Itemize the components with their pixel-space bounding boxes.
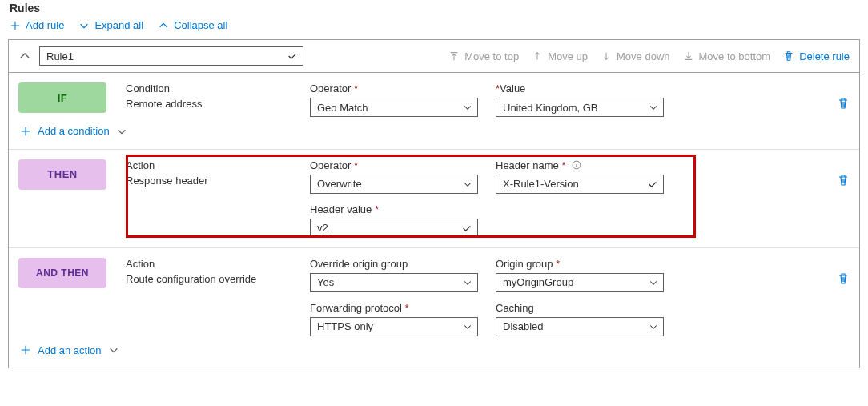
add-condition-button[interactable]: Add a condition	[18, 117, 129, 139]
checkmark-icon	[287, 50, 298, 62]
chevron-down-icon	[463, 103, 472, 112]
move-top-label: Move to top	[464, 50, 519, 62]
chevron-up-icon	[158, 20, 169, 31]
delete-rule-button[interactable]: Delete rule	[783, 50, 850, 62]
andthen-action-label: Action	[126, 258, 310, 270]
if-operator-select[interactable]: Geo Match	[310, 98, 478, 117]
delete-andthen-action-button[interactable]	[837, 258, 850, 287]
override-origin-select[interactable]: Yes	[310, 273, 478, 292]
then-operator-label: Operator	[310, 159, 486, 171]
chevron-down-icon	[463, 322, 472, 332]
plus-icon	[20, 344, 31, 356]
trash-icon	[837, 174, 850, 187]
checkmark-icon	[461, 223, 472, 234]
trash-icon	[837, 97, 850, 110]
checkmark-icon	[647, 179, 658, 190]
move-bottom-label: Move to bottom	[699, 50, 771, 62]
caching-value: Disabled	[503, 320, 544, 332]
add-action-button[interactable]: Add an action	[18, 336, 121, 358]
rules-toolbar: Add rule Expand all Collapse all	[8, 19, 860, 39]
if-block: IF Condition Remote address Operator Geo…	[9, 73, 859, 150]
forwarding-protocol-value: HTTPS only	[317, 320, 373, 332]
add-action-label: Add an action	[38, 344, 102, 356]
rule-card: Rule1 Move to top Move up Move down	[8, 39, 860, 368]
move-up-button: Move up	[532, 50, 588, 62]
arrow-down-icon	[601, 50, 612, 62]
if-value-value: United Kingdom, GB	[503, 102, 598, 114]
rule-name-input[interactable]: Rule1	[39, 46, 303, 66]
chevron-down-icon	[649, 278, 658, 287]
then-operator-value: Overwrite	[317, 178, 362, 190]
move-bottom-icon	[683, 50, 694, 62]
move-down-button: Move down	[601, 50, 669, 62]
and-then-block: AND THEN Action Route configuration over…	[9, 248, 859, 368]
if-operator-value: Geo Match	[317, 102, 368, 114]
chevron-down-icon	[649, 103, 658, 112]
move-to-bottom-button: Move to bottom	[683, 50, 771, 62]
then-pill: THEN	[18, 159, 106, 190]
add-rule-label: Add rule	[26, 19, 64, 31]
header-name-value: X-Rule1-Version	[503, 178, 579, 190]
if-value-label: Value	[496, 82, 672, 94]
arrow-up-icon	[532, 50, 543, 62]
origin-group-select[interactable]: myOriginGroup	[496, 273, 664, 292]
rule-name-value: Rule1	[46, 50, 74, 62]
if-operator-label: Operator	[310, 82, 486, 94]
expand-all-label: Expand all	[94, 19, 143, 31]
add-condition-label: Add a condition	[38, 125, 110, 137]
info-icon	[572, 160, 581, 170]
section-title: Rules	[8, 0, 860, 19]
plus-icon	[20, 126, 31, 137]
condition-label: Condition	[126, 82, 310, 94]
then-action-label: Action	[126, 159, 310, 171]
collapse-all-button[interactable]: Collapse all	[158, 19, 227, 31]
if-pill: IF	[18, 82, 106, 113]
move-up-label: Move up	[548, 50, 588, 62]
forwarding-protocol-label: Forwarding protocol	[310, 302, 486, 314]
trash-icon	[783, 50, 794, 62]
add-rule-button[interactable]: Add rule	[10, 19, 64, 31]
chevron-down-icon	[108, 344, 119, 356]
delete-rule-label: Delete rule	[799, 50, 850, 62]
chevron-down-icon	[116, 126, 127, 137]
andthen-action-value: Route configuration override	[126, 273, 310, 285]
caching-label: Caching	[496, 302, 672, 314]
rule-header: Rule1 Move to top Move up Move down	[9, 40, 859, 73]
origin-group-value: myOriginGroup	[503, 276, 573, 288]
header-value-input[interactable]: v2	[310, 219, 478, 238]
plus-icon	[10, 20, 21, 31]
delete-condition-button[interactable]	[837, 82, 850, 112]
collapse-rule-icon[interactable]	[18, 50, 31, 62]
chevron-down-icon	[649, 322, 658, 332]
move-top-icon	[448, 50, 460, 62]
then-operator-select[interactable]: Overwrite	[310, 175, 478, 194]
header-value-label: Header value	[310, 203, 486, 215]
move-down-label: Move down	[617, 50, 669, 62]
origin-group-label: Origin group	[496, 258, 672, 270]
header-name-input[interactable]: X-Rule1-Version	[496, 175, 664, 194]
chevron-down-icon	[463, 179, 472, 189]
header-value-value: v2	[317, 222, 328, 234]
if-value-select[interactable]: United Kingdom, GB	[496, 98, 664, 117]
header-name-label: Header name	[496, 159, 672, 171]
and-then-pill: AND THEN	[18, 258, 106, 288]
move-to-top-button: Move to top	[448, 50, 519, 62]
chevron-down-icon	[78, 20, 90, 31]
chevron-down-icon	[463, 278, 472, 287]
then-action-value: Response header	[126, 175, 310, 187]
condition-value: Remote address	[126, 98, 310, 110]
collapse-all-label: Collapse all	[174, 19, 227, 31]
forwarding-protocol-select[interactable]: HTTPS only	[310, 317, 478, 336]
caching-select[interactable]: Disabled	[496, 317, 664, 336]
delete-then-action-button[interactable]	[837, 159, 850, 189]
trash-icon	[837, 272, 850, 285]
override-origin-label: Override origin group	[310, 258, 486, 270]
expand-all-button[interactable]: Expand all	[78, 19, 143, 31]
override-origin-value: Yes	[317, 276, 334, 288]
then-block: THEN Action Response header Operator Ove…	[9, 150, 859, 248]
